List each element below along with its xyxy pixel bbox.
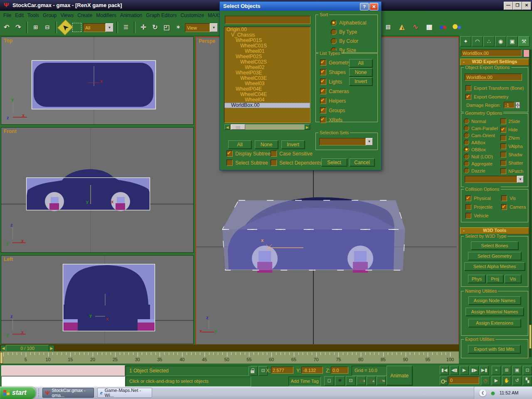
reference-coordinate-dropdown[interactable]: View ▼ — [185, 23, 218, 32]
redo-icon[interactable]: ↷ — [13, 22, 23, 33]
taskbar-task-stockcar-gmax-gma[interactable]: ΨStockCar.gmax - gma... — [42, 388, 94, 398]
checkbox-physical[interactable] — [466, 195, 471, 201]
button-export-with-std-mtls[interactable]: Export with Std Mtls — [468, 345, 520, 353]
select-button[interactable]: Select — [321, 158, 347, 166]
tray-chevron-icon[interactable]: ❮ — [479, 389, 486, 397]
select-and-link-icon[interactable]: ⊞ — [31, 22, 41, 33]
checkbox-npatch[interactable] — [500, 168, 506, 174]
object-list-item-wheelp04e[interactable]: WheelP04E — [224, 86, 310, 92]
percent-snap-icon[interactable]: ∩% — [377, 376, 386, 385]
dropdown-arrow-icon[interactable]: ▼ — [210, 23, 218, 32]
set-key-icon[interactable] — [440, 377, 448, 385]
zoom-extents-all-icon[interactable]: ⊡ — [523, 366, 532, 375]
animate-button[interactable]: Animate — [387, 366, 412, 385]
checkbox-lights[interactable] — [320, 79, 326, 85]
dialog-help-button[interactable]: ? — [360, 3, 369, 10]
minimize-button[interactable]: — — [504, 2, 513, 10]
viewport-label-perspective[interactable]: Perspe — [199, 38, 215, 44]
checkbox-helpers[interactable] — [320, 98, 326, 104]
restore-button[interactable]: ❐ — [513, 2, 522, 10]
add-time-tag-button[interactable]: Add Time Tag — [288, 377, 321, 386]
menu-item-edit[interactable]: Edit — [15, 12, 24, 18]
previous-frame-icon[interactable]: ◀▮ — [450, 366, 459, 375]
current-frame-field[interactable]: 0 — [448, 377, 479, 384]
radio-icon-normal[interactable] — [464, 118, 469, 124]
button-none-types[interactable]: None — [349, 68, 372, 76]
sort-option-by-type[interactable]: By Type — [331, 29, 366, 35]
checkbox-vehicle[interactable] — [466, 213, 471, 219]
play-animation-icon[interactable]: ▶ — [460, 366, 469, 375]
option-display-subtree[interactable]: Display Subtree — [227, 150, 271, 157]
list-type-shapes[interactable]: Shapes — [320, 69, 351, 75]
viewport-label-front[interactable]: Front — [4, 128, 17, 134]
list-type-cameras[interactable]: Cameras — [320, 88, 351, 94]
cancel-button[interactable]: Cancel — [350, 158, 374, 166]
z-coordinate-field[interactable]: 0.0 — [331, 367, 348, 374]
menu-item-modifiers[interactable]: Modifiers — [96, 12, 116, 18]
panel-tab-motion[interactable]: ◉ — [495, 36, 506, 47]
checkbox-xrefs[interactable] — [320, 117, 326, 123]
use-pivot-center-icon[interactable]: ✶ — [173, 22, 183, 33]
go-to-end-icon[interactable]: ▶▮ — [480, 366, 489, 375]
damage-region-spinner[interactable]: ▲ ▼ — [515, 102, 520, 108]
checkbox-valpha[interactable] — [500, 143, 506, 149]
object-name-field[interactable]: WorldBox.00 — [461, 49, 522, 57]
geometry-dazzle[interactable]: Dazzle — [464, 168, 498, 173]
export-name-field[interactable]: WorldBox.00 — [465, 74, 522, 81]
scroll-right-icon[interactable]: ▶ — [304, 124, 310, 130]
panel-tab-modify[interactable]: ◠ — [472, 36, 483, 47]
invert-button[interactable]: Invert — [281, 140, 305, 149]
spinner-up-icon[interactable]: ▲ — [515, 102, 520, 105]
radio-icon-aabox[interactable] — [464, 140, 469, 145]
viewport-label-top[interactable]: Top — [4, 38, 12, 44]
geometry-shatter[interactable]: Shatter — [500, 160, 523, 166]
button-select-alpha-meshes[interactable]: Select Alpha Meshes — [464, 262, 525, 271]
button-all-types[interactable]: All — [349, 59, 372, 67]
button-select-bones[interactable]: Select Bones — [471, 241, 518, 250]
zoom-extents-icon[interactable]: ▣ — [512, 366, 522, 375]
geometry-null-lod[interactable]: Null (LOD) — [464, 154, 498, 159]
dropdown-arrow-icon[interactable]: ▼ — [106, 23, 113, 32]
checkbox-cameras[interactable] — [320, 88, 326, 94]
object-list-item-wheelc01s[interactable]: WheelC01S — [224, 43, 310, 49]
menu-item-animation[interactable]: Animation — [120, 12, 142, 18]
checkbox-select-dependents[interactable] — [271, 160, 277, 166]
pan-icon[interactable]: ✋ — [502, 376, 511, 385]
checkbox-projectile[interactable] — [466, 204, 471, 210]
geometry-znrm[interactable]: ZNrm — [500, 135, 523, 141]
next-frame-icon[interactable]: ▮▶ — [470, 366, 479, 375]
collision-vis[interactable]: Vis — [501, 195, 526, 201]
quick-launch-grip[interactable] — [38, 389, 41, 397]
checkbox-hide[interactable] — [500, 127, 506, 133]
material-id-icon[interactable] — [438, 22, 448, 32]
panel-scroll-thumb[interactable] — [529, 325, 532, 349]
radio-icon-by-color[interactable] — [331, 38, 337, 44]
checkbox-znrm[interactable] — [500, 135, 506, 141]
selection-lock-icon[interactable] — [249, 366, 258, 376]
collision-projectile[interactable]: Projectile — [466, 204, 501, 210]
selection-sets-dropdown[interactable] — [319, 138, 366, 145]
menu-item-graph-editors[interactable]: Graph Editors — [146, 12, 177, 18]
menu-item-create[interactable]: Create — [77, 12, 92, 18]
crossing-selection-icon[interactable]: ⊡ — [346, 376, 356, 386]
checkbox-shapes[interactable] — [320, 69, 326, 75]
geometry-2side[interactable]: 2Side — [500, 118, 523, 124]
list-type-xrefs[interactable]: XRefs — [320, 117, 351, 123]
zoom-icon[interactable]: ⌖ — [492, 366, 501, 375]
list-horizontal-scrollbar[interactable]: ◀ |||| ▶ — [224, 124, 310, 130]
object-list-item-wheelc04e[interactable]: WheelC04E — [224, 92, 310, 97]
taskbar-task-game-maps-net-wi[interactable]: eGame-Maps.Net - Wi... — [97, 388, 152, 398]
radio-icon-null-lod[interactable] — [464, 154, 469, 159]
viewport-top[interactable]: Top x y z x — [1, 37, 194, 125]
list-type-geometry[interactable]: Geometry — [320, 59, 351, 66]
object-list-item-wheelp03e[interactable]: WheelP03E — [224, 70, 310, 76]
radio-icon-dazzle[interactable] — [464, 168, 469, 173]
dropdown-arrow-icon[interactable]: ▼ — [366, 138, 373, 145]
geometry-shadw[interactable]: Shadw — [500, 152, 523, 158]
object-list-item-worldbox-00[interactable]: WorldBox.00 — [224, 103, 310, 108]
checkbox-display-subtree[interactable] — [227, 150, 233, 157]
zoom-all-icon[interactable]: ⊞ — [502, 366, 511, 375]
checkbox-groups[interactable] — [320, 107, 326, 113]
move-icon[interactable]: ✛ — [138, 22, 148, 33]
start-button[interactable]: start — [0, 387, 36, 399]
